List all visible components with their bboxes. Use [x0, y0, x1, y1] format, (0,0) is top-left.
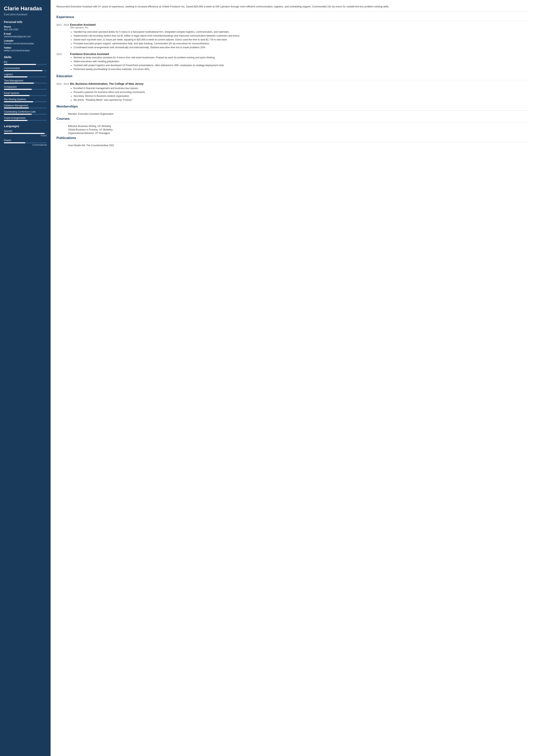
memberships-divider [56, 110, 529, 111]
course-item: Organizational Behavior, IIT Kharagpur [56, 132, 529, 135]
exp-bullet: Saved each top-level exec 11 hours per w… [73, 38, 529, 41]
courses-section-title: Courses [56, 117, 529, 121]
exp-bullet: Handled top executive assistant duties f… [73, 30, 529, 34]
language-item: French Conversational [4, 139, 47, 146]
skill-bar-fill [4, 101, 33, 102]
candidate-name: Clarie Haradas [4, 6, 47, 12]
skill-item: Communication [4, 67, 47, 71]
skill-bar-bg [4, 101, 47, 102]
exp-bullets: Handled top executive assistant duties f… [70, 30, 529, 49]
edu-degree: BA, Business Administration, The College… [70, 82, 529, 85]
memberships-section-title: Memberships [56, 105, 529, 108]
sidebar: Clarie Haradas Executive Assistant Perso… [0, 0, 51, 756]
languages-section-title: Languages [4, 124, 47, 128]
skill-name: Database Management [4, 104, 47, 107]
skill-bar-bg [4, 83, 47, 84]
exp-bullet: Coordinated travel arrangements both dom… [73, 45, 529, 49]
skill-bar-fill [4, 83, 34, 84]
skill-bar-bg [4, 107, 47, 108]
membership-item: Member, Executive Assistant Organization [56, 113, 529, 115]
skill-name: Travel Arrangements [4, 117, 47, 119]
skill-bar-fill [4, 114, 32, 115]
experience-section-title: Experience [56, 15, 529, 19]
edu-bullets: Excelled in financial management and bus… [70, 86, 529, 102]
memberships-section: Memberships Member, Executive Assistant … [56, 105, 529, 115]
skill-bar-bg [4, 70, 47, 71]
exp-bullet: Provided executive project support, admi… [73, 41, 529, 45]
language-name: Spanish [4, 130, 47, 132]
skill-name: File-Sharing Systems [4, 98, 47, 101]
skill-bar-fill [4, 70, 42, 71]
skill-name: Logistics [4, 73, 47, 76]
skill-item: Travel Arrangements [4, 117, 47, 121]
skill-bar-fill [4, 89, 32, 90]
skill-name: Email Systems [4, 92, 47, 94]
experience-entry: 2013 Freelance Executive Assistant Worke… [56, 52, 529, 71]
skill-bar-fill [4, 64, 36, 65]
skill-item: EQ [4, 61, 47, 65]
language-bar-fill [4, 133, 44, 134]
personal-info-section-title: Personal Info [4, 20, 47, 23]
language-level: Fluent [4, 134, 47, 137]
exp-job-title: Freelance Executive Assistant [70, 52, 529, 56]
exp-job-title: Executive Assistant [70, 23, 529, 26]
exp-bullet: Performed weekly proofreading of executi… [73, 67, 529, 71]
skill-bar-bg [4, 95, 47, 96]
twitter-label: Twitter [4, 46, 47, 49]
linkedin-value: linkedin.com/in/clarieharadas [4, 42, 47, 45]
experience-entries: 2013 - 2018 Executive Assistant ISN Lipm… [56, 23, 529, 71]
experience-section: Experience 2013 - 2018 Executive Assista… [56, 15, 529, 71]
skill-item: Compassion [4, 86, 47, 90]
education-entry: 2010 - 2013 BA, Business Administration,… [56, 82, 529, 102]
memberships-list: Member, Executive Assistant Organization [56, 113, 529, 115]
skill-bar-bg [4, 76, 47, 77]
languages-list: Spanish Fluent French Conversational [4, 130, 47, 146]
skill-bar-fill [4, 95, 30, 96]
edu-bullet: My article, "Reading Minds" was reprinte… [73, 98, 529, 102]
main-content: Resourceful Executive Assistant with 5+ … [51, 0, 535, 756]
exp-content: Freelance Executive Assistant Worked as … [70, 52, 529, 71]
exp-bullet: Assisted with project logistics and deve… [73, 63, 529, 67]
skills-section-title: Skills [4, 55, 47, 59]
skill-item: File-Sharing Systems [4, 98, 47, 102]
course-item: Global Business in Practice, UC Berkeley [56, 128, 529, 131]
candidate-title: Executive Assistant [4, 13, 47, 16]
skill-bar-bg [4, 120, 47, 121]
skill-name: Coordinating Conference Calls [4, 110, 47, 113]
language-bar-bg [4, 142, 47, 143]
education-divider [56, 80, 529, 80]
skill-name: Time Management [4, 79, 47, 82]
language-bar-fill [4, 142, 25, 143]
publications-section-title: Publications [56, 136, 529, 140]
edu-content: BA, Business Administration, The College… [70, 82, 529, 102]
skill-item: Database Management [4, 104, 47, 108]
skills-list: EQ Communication Logistics Time Manageme… [4, 61, 47, 121]
edu-bullet: Excelled in financial management and bus… [73, 86, 529, 90]
personal-info: Phone 862-208-2592 E-mail clarieharadas@… [4, 25, 47, 52]
publications-list: How Details Kill, The Counterintuitive C… [56, 144, 529, 147]
edu-bullet: Secretary, Women in Business student org… [73, 94, 529, 98]
education-entries: 2010 - 2013 BA, Business Administration,… [56, 82, 529, 102]
skill-bar-bg [4, 114, 47, 115]
course-item: Effective Business Writing, UC Berkeley [56, 125, 529, 127]
exp-content: Executive Assistant ISN Lipmann, Inc. Ha… [70, 23, 529, 49]
skill-name: Compassion [4, 86, 47, 88]
exp-company: ISN Lipmann, Inc. [70, 26, 529, 29]
exp-bullet: Aided executives with meeting preparatio… [73, 60, 529, 63]
skill-item: Time Management [4, 79, 47, 84]
skill-item: Coordinating Conference Calls [4, 110, 47, 115]
language-level: Conversational [4, 144, 47, 146]
skill-item: Email Systems [4, 92, 47, 96]
email-value: clarieharadas@gmail.com [4, 35, 47, 38]
experience-entry: 2013 - 2018 Executive Assistant ISN Lipm… [56, 23, 529, 49]
courses-section: Courses Effective Business Writing, UC B… [56, 117, 529, 135]
publications-section: Publications How Details Kill, The Count… [56, 136, 529, 147]
edu-date: 2010 - 2013 [56, 82, 70, 102]
exp-bullets: Worked as temp executive assistant for 4… [70, 56, 529, 71]
skill-name: Communication [4, 67, 47, 69]
skill-name: EQ [4, 61, 47, 63]
exp-bullet: Worked as temp executive assistant for 4… [73, 56, 529, 60]
edu-bullet: Pursued a passion for business ethics an… [73, 90, 529, 94]
skill-bar-fill [4, 76, 27, 77]
courses-list: Effective Business Writing, UC BerkeleyG… [56, 125, 529, 135]
